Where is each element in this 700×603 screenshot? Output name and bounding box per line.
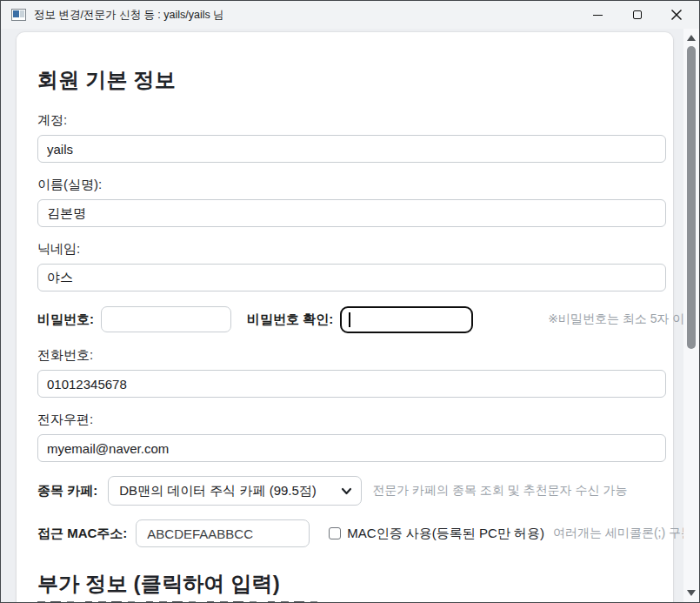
basic-info-heading: 회원 기본 정보	[37, 67, 666, 93]
password-confirm-input[interactable]	[340, 306, 473, 333]
account-label: 계정:	[37, 112, 666, 128]
nickname-field-group: 닉네임:	[37, 241, 666, 291]
email-label: 전자우편:	[37, 412, 666, 427]
scroll-up-icon[interactable]	[687, 35, 696, 41]
extra-info-heading[interactable]: 부가 정보 (클릭하여 입력)	[37, 570, 666, 598]
password-label: 비밀번호:	[37, 312, 94, 328]
titlebar: 정보 변경/전문가 신청 등 : yails/yails 님	[1, 1, 699, 29]
mac-label: 접근 MAC주소:	[37, 526, 127, 542]
stock-cafe-label: 종목 카페:	[37, 483, 97, 499]
password-note: ※비밀번호는 최소 5자 이상	[548, 312, 697, 327]
minimize-icon	[593, 15, 603, 16]
text-caret	[349, 312, 350, 327]
mac-input[interactable]	[136, 519, 310, 547]
dialog-body: 회원 기본 정보 계정: 이름(실명): 닉네임: 비밀번호: 비밀번호 확인:	[1, 29, 699, 602]
chevron-down-icon	[341, 486, 352, 497]
window-icon	[11, 9, 26, 21]
stock-cafe-row: 종목 카페: DB맨의 데이터 주식 카페 (99.5점) 전문가 카페의 종목…	[37, 476, 666, 506]
nickname-label: 닉네임:	[37, 241, 666, 257]
password-confirm-wrap	[340, 306, 473, 333]
nickname-input[interactable]	[37, 264, 666, 291]
password-row: 비밀번호: 비밀번호 확인: ※비밀번호는 최소 5자 이상	[37, 305, 666, 333]
maximize-icon	[633, 10, 642, 19]
stock-cafe-select[interactable]: DB맨의 데이터 주식 카페 (99.5점)	[108, 476, 362, 506]
dialog-window: 정보 변경/전문가 신청 등 : yails/yails 님 회원 기본 정보 …	[0, 0, 700, 603]
close-icon	[671, 10, 682, 20]
stock-cafe-selected-option: DB맨의 데이터 주식 카페 (99.5점)	[119, 483, 317, 499]
scroll-down-icon[interactable]	[687, 590, 696, 596]
caption-buttons	[578, 1, 696, 29]
maximize-button[interactable]	[617, 1, 657, 29]
mac-auth-checkbox-label: MAC인증 사용(등록된 PC만 허용)	[347, 526, 544, 542]
email-field-group: 전자우편:	[37, 412, 666, 462]
stock-cafe-note: 전문가 카페의 종목 조회 및 추천문자 수신 가능	[372, 483, 627, 499]
phone-label: 전화번호:	[37, 347, 666, 363]
mac-row: 접근 MAC주소: MAC인증 사용(등록된 PC만 허용) 여러개는 세미콜론…	[37, 519, 666, 547]
vertical-scrollbar	[683, 29, 699, 602]
real-name-input[interactable]	[37, 199, 666, 227]
minimize-button[interactable]	[578, 1, 617, 29]
phone-field-group: 전화번호:	[37, 347, 666, 398]
email-input[interactable]	[37, 434, 666, 462]
real-name-field-group: 이름(실명):	[37, 177, 666, 227]
real-name-label: 이름(실명):	[37, 177, 666, 192]
close-button[interactable]	[657, 1, 696, 29]
account-input[interactable]	[37, 135, 666, 163]
mac-note: 여러개는 세미콜론(;) 구분	[553, 526, 693, 541]
content-card: 회원 기본 정보 계정: 이름(실명): 닉네임: 비밀번호: 비밀번호 확인:	[17, 32, 673, 602]
password-input[interactable]	[101, 306, 231, 332]
phone-input[interactable]	[37, 370, 666, 398]
clipped-text-sliver	[37, 601, 326, 602]
password-confirm-label: 비밀번호 확인:	[247, 312, 333, 328]
scrollbar-thumb[interactable]	[687, 46, 696, 349]
window-title: 정보 변경/전문가 신청 등 : yails/yails 님	[34, 8, 224, 23]
mac-auth-checkbox[interactable]	[329, 527, 341, 539]
account-field-group: 계정:	[37, 112, 666, 163]
